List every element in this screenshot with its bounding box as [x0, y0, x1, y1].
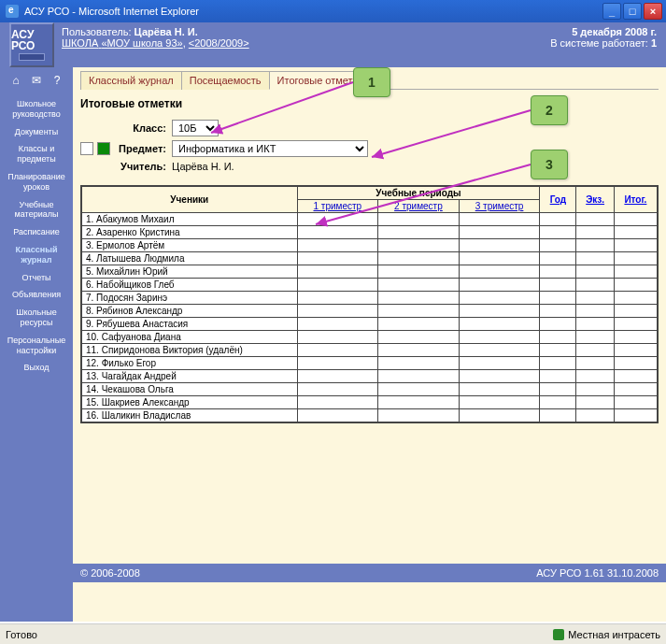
print-icon[interactable] — [80, 142, 93, 155]
sidebar-item-8[interactable]: Объявления — [0, 286, 73, 304]
grade-cell[interactable] — [378, 305, 460, 318]
school-link[interactable]: ШКОЛА «МОУ школа 93» — [62, 37, 183, 49]
sidebar-item-3[interactable]: Планирование уроков — [0, 168, 73, 196]
grade-cell[interactable] — [614, 292, 657, 305]
grade-cell[interactable] — [297, 318, 378, 331]
grade-cell[interactable] — [459, 370, 540, 383]
grade-cell[interactable] — [459, 265, 540, 279]
grade-cell[interactable] — [297, 239, 378, 252]
grade-cell[interactable] — [614, 305, 657, 318]
grade-cell[interactable] — [540, 344, 576, 357]
grade-cell[interactable] — [297, 279, 378, 292]
sidebar-item-4[interactable]: Учебные материалы — [0, 196, 73, 224]
home-icon[interactable]: ⌂ — [8, 73, 23, 88]
grade-cell[interactable] — [614, 226, 657, 239]
grade-cell[interactable] — [378, 396, 460, 409]
grade-cell[interactable] — [540, 279, 576, 292]
grade-cell[interactable] — [614, 331, 657, 344]
grade-cell[interactable] — [297, 370, 378, 383]
grade-cell[interactable] — [459, 409, 540, 422]
grade-cell[interactable] — [540, 252, 576, 265]
grade-cell[interactable] — [297, 292, 378, 305]
sidebar-item-2[interactable]: Классы и предметы — [0, 140, 73, 168]
grade-cell[interactable] — [576, 344, 614, 357]
grade-cell[interactable] — [614, 279, 657, 292]
grade-cell[interactable] — [378, 239, 460, 252]
grade-cell[interactable] — [459, 292, 540, 305]
grade-cell[interactable] — [378, 409, 460, 422]
grade-cell[interactable] — [614, 213, 657, 226]
grade-cell[interactable] — [459, 396, 540, 409]
grade-cell[interactable] — [297, 409, 378, 422]
grade-cell[interactable] — [378, 279, 460, 292]
grade-cell[interactable] — [540, 383, 576, 396]
grade-cell[interactable] — [576, 331, 614, 344]
grade-cell[interactable] — [459, 318, 540, 331]
grade-cell[interactable] — [614, 265, 657, 279]
grade-cell[interactable] — [540, 409, 576, 422]
grade-cell[interactable] — [459, 226, 540, 239]
sidebar-item-7[interactable]: Отчеты — [0, 269, 73, 287]
grade-cell[interactable] — [576, 396, 614, 409]
sidebar-item-0[interactable]: Школьное руководство — [0, 95, 73, 123]
grade-cell[interactable] — [378, 383, 460, 396]
grade-cell[interactable] — [459, 252, 540, 265]
grade-cell[interactable] — [378, 344, 460, 357]
col-final[interactable]: Итог. — [614, 187, 657, 213]
grade-cell[interactable] — [297, 213, 378, 226]
grade-cell[interactable] — [459, 305, 540, 318]
grade-cell[interactable] — [540, 357, 576, 370]
excel-icon[interactable] — [97, 142, 110, 155]
tab-0[interactable]: Классный журнал — [80, 71, 182, 90]
grade-cell[interactable] — [378, 226, 460, 239]
grade-cell[interactable] — [576, 292, 614, 305]
sidebar-item-1[interactable]: Документы — [0, 123, 73, 141]
grade-cell[interactable] — [614, 383, 657, 396]
mail-icon[interactable]: ✉ — [29, 73, 44, 88]
grade-cell[interactable] — [459, 383, 540, 396]
grade-cell[interactable] — [378, 357, 460, 370]
grade-cell[interactable] — [540, 292, 576, 305]
grade-cell[interactable] — [378, 252, 460, 265]
grade-cell[interactable] — [540, 213, 576, 226]
subject-select[interactable]: Информатика и ИКТ — [172, 140, 368, 157]
grade-cell[interactable] — [576, 383, 614, 396]
grade-cell[interactable] — [614, 318, 657, 331]
maximize-button[interactable]: □ — [623, 3, 642, 20]
grade-cell[interactable] — [576, 409, 614, 422]
grade-cell[interactable] — [297, 265, 378, 279]
close-button[interactable]: × — [644, 3, 662, 20]
grade-cell[interactable] — [614, 344, 657, 357]
grade-cell[interactable] — [540, 239, 576, 252]
grade-cell[interactable] — [459, 344, 540, 357]
grade-cell[interactable] — [614, 252, 657, 265]
grade-cell[interactable] — [576, 279, 614, 292]
grade-cell[interactable] — [540, 396, 576, 409]
grade-cell[interactable] — [378, 292, 460, 305]
grade-cell[interactable] — [297, 344, 378, 357]
col-trimester-1[interactable]: 1 триместр — [297, 200, 378, 213]
sidebar-item-10[interactable]: Персональные настройки — [0, 332, 73, 360]
col-exam[interactable]: Экз. — [576, 187, 614, 213]
grade-cell[interactable] — [614, 357, 657, 370]
grade-cell[interactable] — [297, 331, 378, 344]
col-trimester-3[interactable]: 3 триместр — [459, 200, 540, 213]
grade-cell[interactable] — [576, 213, 614, 226]
grade-cell[interactable] — [540, 265, 576, 279]
grade-cell[interactable] — [459, 331, 540, 344]
grade-cell[interactable] — [297, 383, 378, 396]
sidebar-item-11[interactable]: Выход — [0, 359, 73, 377]
grade-cell[interactable] — [576, 226, 614, 239]
grade-cell[interactable] — [297, 357, 378, 370]
grade-cell[interactable] — [378, 370, 460, 383]
grade-cell[interactable] — [378, 213, 460, 226]
col-trimester-2[interactable]: 2 триместр — [378, 200, 460, 213]
grade-cell[interactable] — [378, 331, 460, 344]
sidebar-item-9[interactable]: Школьные ресурсы — [0, 304, 73, 332]
grade-cell[interactable] — [459, 213, 540, 226]
sidebar-item-5[interactable]: Расписание — [0, 223, 73, 241]
year-link[interactable]: <2008/2009> — [189, 37, 249, 49]
grade-cell[interactable] — [540, 226, 576, 239]
grade-cell[interactable] — [297, 252, 378, 265]
grade-cell[interactable] — [459, 239, 540, 252]
